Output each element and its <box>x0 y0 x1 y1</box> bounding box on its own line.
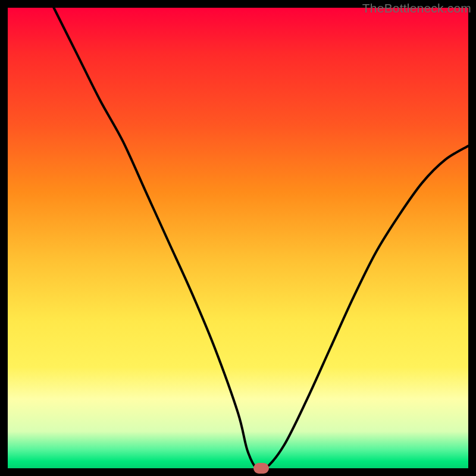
chart-container: TheBottleneck.com <box>0 0 476 476</box>
bottleneck-curve <box>8 8 468 468</box>
plot-area <box>8 8 468 468</box>
optimal-marker <box>253 463 269 474</box>
watermark-text: TheBottleneck.com <box>362 1 471 15</box>
